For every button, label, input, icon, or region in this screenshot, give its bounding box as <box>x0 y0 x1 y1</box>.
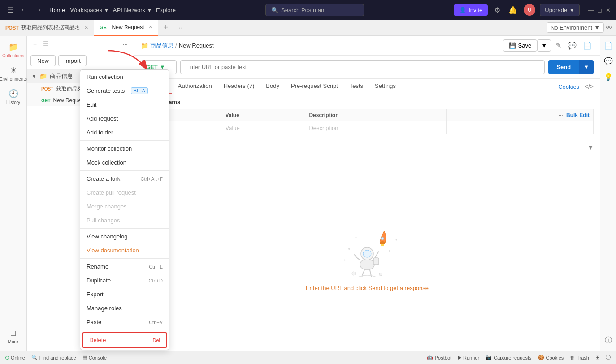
row-value[interactable]: Value <box>221 121 305 134</box>
find-replace-label: Find and replace <box>39 355 76 360</box>
row-description[interactable]: Description <box>305 121 447 134</box>
menu-item-rename[interactable]: Rename Ctrl+E <box>80 260 169 273</box>
status-capture[interactable]: 📷 Capture requests <box>486 355 531 360</box>
edit-icon[interactable]: ✎ <box>554 39 563 52</box>
workspaces-menu[interactable]: Workspaces ▼ <box>70 7 109 13</box>
tab-headers[interactable]: Headers (7) <box>218 79 260 94</box>
collections-label: Collections <box>2 53 24 58</box>
tab-get-request[interactable]: GET New Request ✕ <box>94 20 158 36</box>
tab-authorization[interactable]: Authorization <box>173 79 217 94</box>
params-more-button[interactable]: ··· <box>559 112 563 118</box>
tab-post-request[interactable]: POST 获取商品列表根据商品名 ✕ <box>0 20 94 36</box>
tab1-close-icon[interactable]: ✕ <box>84 25 88 30</box>
menu-item-generate-tests[interactable]: Generate tests BETA <box>80 84 169 98</box>
menu-item-run-collection[interactable]: Run collection <box>80 70 169 84</box>
new-import-row: New Import <box>27 52 134 69</box>
right-lightbulb-icon[interactable]: 💡 <box>602 71 615 83</box>
menu-item-add-request[interactable]: Add request <box>80 112 169 126</box>
search-input[interactable]: 🔍 Search Postman <box>265 4 364 16</box>
api-network-menu[interactable]: API Network ▼ <box>113 7 152 13</box>
back-icon[interactable]: ← <box>19 4 30 16</box>
right-doc-icon[interactable]: 📄 <box>602 39 615 52</box>
right-comment-icon[interactable]: 💬 <box>602 55 615 67</box>
menu-item-manage-roles[interactable]: Manage roles <box>80 301 169 315</box>
invite-button[interactable]: 👤 Invite <box>454 4 488 16</box>
menu-item-fork[interactable]: Create a fork Ctrl+Alt+F <box>80 172 169 186</box>
no-environment-select[interactable]: No Environment ▼ <box>547 22 604 33</box>
menu-item-paste[interactable]: Paste Ctrl+V <box>80 315 169 329</box>
code-icon[interactable]: </> <box>585 83 594 90</box>
import-button[interactable]: Import <box>58 55 87 66</box>
menu-icon[interactable]: ☰ <box>5 4 15 16</box>
main-content: 📁 商品信息 / New Request 💾 Save ▼ ✎ 💬 📄 <box>134 36 600 351</box>
tab-settings[interactable]: Settings <box>369 79 401 94</box>
explore-link[interactable]: Explore <box>156 7 176 13</box>
menu-item-export[interactable]: Export <box>80 287 169 301</box>
search-bar[interactable]: 🔍 Search Postman <box>179 4 450 16</box>
doc-icon[interactable]: 📄 <box>581 39 594 52</box>
minimize-icon[interactable]: — <box>588 7 594 13</box>
menu-item-edit[interactable]: Edit <box>80 98 169 112</box>
send-button[interactable]: Send <box>548 60 579 74</box>
header-icons: ✎ 💬 📄 <box>554 39 594 52</box>
status-bar-right: 🤖 Postbot ▶ Runner 📷 Capture requests 🍪 … <box>427 354 611 361</box>
right-info-icon[interactable]: ⓘ <box>603 334 614 347</box>
breadcrumb-collection-link[interactable]: 📁 商品信息 <box>141 42 174 50</box>
environments-label: Environments <box>0 77 27 82</box>
send-dropdown-button[interactable]: ▼ <box>579 60 594 74</box>
save-button-group: 💾 Save ▼ <box>503 39 551 52</box>
url-input[interactable] <box>180 60 545 74</box>
response-chevron-icon[interactable]: ▼ <box>587 144 594 151</box>
tab2-close-icon[interactable]: ✕ <box>148 24 152 30</box>
cookies-link[interactable]: Cookies <box>558 83 579 90</box>
menu-item-mock[interactable]: Mock collection <box>80 156 169 169</box>
settings-icon[interactable]: ⚙ <box>492 4 502 16</box>
send-button-group: Send ▼ <box>548 60 594 74</box>
comment-icon[interactable]: 💬 <box>566 39 578 52</box>
sidebar-item-history[interactable]: 🕘 History <box>2 86 25 108</box>
sidebar-item-environments[interactable]: ☀ Environments <box>2 63 25 84</box>
status-postbot[interactable]: 🤖 Postbot <box>427 355 451 360</box>
nav-right: 👤 Invite ⚙ 🔔 U Upgrade ▼ — ◻ ✕ <box>454 4 611 16</box>
status-cookies[interactable]: 🍪 Cookies <box>538 355 564 360</box>
restore-icon[interactable]: ◻ <box>597 7 602 13</box>
tab-tests[interactable]: Tests <box>344 79 369 94</box>
menu-item-duplicate[interactable]: Duplicate Ctrl+D <box>80 273 169 287</box>
menu-item-rename-label: Rename <box>87 263 108 270</box>
menu-item-changelog[interactable]: View changelog <box>80 230 169 243</box>
new-tab-button[interactable]: + <box>158 23 174 32</box>
forward-icon[interactable]: → <box>33 4 44 16</box>
home-link[interactable]: Home <box>49 7 65 13</box>
sort-icon[interactable]: ☰ <box>41 39 51 48</box>
status-find-replace[interactable]: 🔍 Find and replace <box>31 355 76 360</box>
tabs-more-button[interactable]: ··· <box>174 24 186 31</box>
menu-item-documentation[interactable]: View documentation <box>80 243 169 257</box>
status-grid[interactable]: ⊞ <box>595 355 599 360</box>
upgrade-button[interactable]: Upgrade ▼ <box>540 4 580 16</box>
status-trash[interactable]: 🗑 Trash <box>570 355 589 360</box>
menu-item-monitor[interactable]: Monitor collection <box>80 142 169 156</box>
save-dropdown-button[interactable]: ▼ <box>537 39 551 52</box>
delete-shortcut: Del <box>152 338 160 343</box>
menu-item-add-folder[interactable]: Add folder <box>80 126 169 139</box>
tab-body[interactable]: Body <box>260 79 285 94</box>
env-eye-icon[interactable]: 👁 <box>606 24 612 31</box>
status-online[interactable]: Online <box>5 355 25 360</box>
upgrade-label: Upgrade <box>545 7 567 13</box>
sidebar-item-collections[interactable]: 📁 Collections <box>2 39 25 61</box>
sidebar-item-mock[interactable]: □ Mock <box>2 326 25 347</box>
bell-icon[interactable]: 🔔 <box>507 4 519 16</box>
avatar[interactable]: U <box>524 4 535 16</box>
close-icon[interactable]: ✕ <box>606 7 611 13</box>
tab-pre-request[interactable]: Pre-request Script <box>286 79 343 94</box>
add-collection-button[interactable]: + <box>31 39 39 48</box>
panel-more-button[interactable]: ··· <box>121 39 130 48</box>
status-info[interactable]: ⓘ <box>606 354 611 361</box>
status-runner[interactable]: ▶ Runner <box>458 355 479 360</box>
status-console[interactable]: ▤ Console <box>82 355 107 360</box>
new-button[interactable]: New <box>30 55 56 66</box>
menu-item-delete[interactable]: Delete Del <box>82 332 167 348</box>
runner-label: Runner <box>463 355 479 360</box>
bulk-edit-link[interactable]: Bulk Edit <box>566 112 590 118</box>
save-button[interactable]: 💾 Save <box>503 39 537 52</box>
